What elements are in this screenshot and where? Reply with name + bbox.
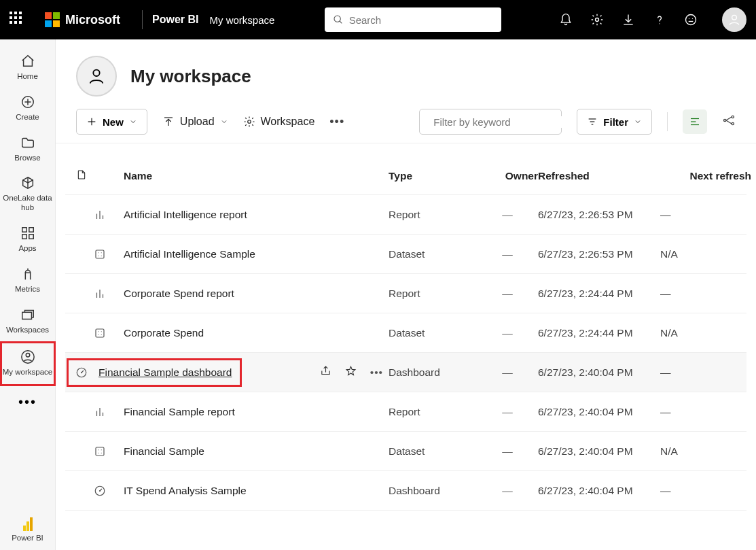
workspace-header: My workspace [56,39,756,109]
nav-more-icon[interactable]: ••• [18,386,37,418]
home-icon [20,53,36,69]
powerbi-icon [23,517,33,531]
row-refreshed: 6/27/23, 2:26:53 PM [538,248,660,260]
new-button[interactable]: New [76,109,147,135]
upload-icon [162,116,175,128]
filter-input[interactable] [433,116,562,128]
svg-point-22 [93,70,99,76]
onelake-icon [20,175,36,191]
create-icon [20,94,36,110]
page-title: My workspace [130,66,251,87]
chevron-down-icon [634,118,642,126]
svg-rect-11 [22,228,26,232]
th-name[interactable]: Name [124,170,389,182]
row-name[interactable]: Financial Sample report [124,406,389,418]
th-type[interactable]: Type [389,170,477,182]
nav-apps[interactable]: Apps [0,220,56,260]
row-refreshed: 6/27/23, 2:40:04 PM [538,445,660,458]
table-row[interactable]: Financial Sample dashboard•••Dashboard—6… [65,353,746,392]
notifications-icon[interactable] [559,13,573,27]
row-next: — [660,288,755,300]
nav-home[interactable]: Home [0,48,56,88]
svg-point-3 [659,23,660,24]
nav-powerbi[interactable]: Power BI [0,512,56,550]
svg-point-41 [98,252,98,253]
row-next: — [660,485,755,497]
row-type: Report [389,288,477,300]
nav-metrics[interactable]: Metrics [0,260,56,301]
row-owner: — [477,406,538,418]
row-name[interactable]: Corporate Spend [124,327,389,339]
row-refreshed: 6/27/23, 2:40:04 PM [538,366,660,379]
app-launcher-icon[interactable] [10,12,26,28]
filter-keyword[interactable] [419,109,562,135]
star-icon[interactable] [345,365,357,379]
nav-my-workspace[interactable]: My workspace [0,341,56,386]
list-icon [689,116,701,128]
header-workspace-name[interactable]: My workspace [209,14,274,26]
nav-onelake[interactable]: OneLake data hub [0,169,56,220]
nav-workspaces[interactable]: Workspaces [0,301,56,342]
filter-icon [587,116,598,127]
nav-create[interactable]: Create [0,88,56,129]
row-type: Dataset [389,327,477,339]
microsoft-text: Microsoft [65,13,120,27]
th-next[interactable]: Next refresh [660,170,755,182]
row-name[interactable]: Financial Sample [124,445,389,458]
table-row[interactable]: Artificial Intelligence SampleDataset—6/… [65,235,746,274]
svg-point-61 [98,452,98,453]
help-icon[interactable] [653,13,666,27]
dataset-icon [76,327,124,339]
table-row[interactable]: Corporate SpendDataset—6/27/23, 2:24:44 … [65,313,746,353]
th-owner[interactable]: Owner [477,170,538,182]
global-search[interactable] [325,7,501,32]
workspaces-icon [20,307,36,323]
svg-point-59 [98,449,98,450]
svg-rect-21 [30,517,33,531]
row-next: N/A [660,248,755,260]
share-icon[interactable] [320,365,331,379]
search-input[interactable] [349,14,493,26]
top-header: Microsoft Power BI My workspace [0,0,756,39]
svg-point-62 [101,452,102,453]
microsoft-logo[interactable]: Microsoft [45,12,120,27]
svg-point-34 [724,119,726,121]
feedback-icon[interactable] [684,13,698,27]
nav-browse[interactable]: Browse [0,129,56,170]
row-name[interactable]: IT Spend Analysis Sample [124,485,389,497]
table-row[interactable]: Corporate Spend reportReport—6/27/23, 2:… [65,274,746,313]
toolbar-more-icon[interactable]: ••• [329,115,344,129]
row-name[interactable]: Artificial Intelligence report [124,209,389,221]
row-name[interactable]: Artificial Intelligence Sample [124,248,389,260]
svg-point-7 [732,15,737,20]
row-refreshed: 6/27/23, 2:26:53 PM [538,209,660,221]
svg-rect-13 [22,235,26,239]
filter-button[interactable]: Filter [577,109,652,135]
row-name[interactable]: Financial Sample dashboard [98,366,232,379]
row-next: — [660,209,755,221]
main-content: My workspace New Upload Workspace ••• Fi… [56,39,756,550]
svg-point-54 [81,371,82,373]
upload-button[interactable]: Upload [162,116,228,128]
th-refreshed[interactable]: Refreshed [538,170,660,182]
metrics-icon [20,266,36,282]
brand-label[interactable]: Power BI [152,14,198,26]
svg-rect-58 [96,447,104,456]
svg-point-25 [247,120,251,124]
lineage-view-icon[interactable] [722,114,736,130]
user-avatar[interactable] [722,7,746,32]
table-header: Name Type Owner Refreshed Next refresh [65,157,746,195]
table-row[interactable]: Financial Sample reportReport—6/27/23, 2… [65,392,746,432]
row-more-icon[interactable]: ••• [370,366,383,379]
svg-point-5 [689,18,689,19]
download-icon[interactable] [622,13,635,27]
chevron-down-icon [220,118,228,126]
list-view-button[interactable] [683,109,707,134]
table-row[interactable]: Financial SampleDataset—6/27/23, 2:40:04… [65,432,746,471]
settings-icon[interactable] [590,13,604,27]
svg-point-50 [101,331,102,332]
workspace-settings-button[interactable]: Workspace [243,116,315,128]
table-row[interactable]: IT Spend Analysis SampleDashboard—6/27/2… [65,471,746,511]
table-row[interactable]: Artificial Intelligence reportReport—6/2… [65,195,746,235]
row-name[interactable]: Corporate Spend report [124,288,389,300]
